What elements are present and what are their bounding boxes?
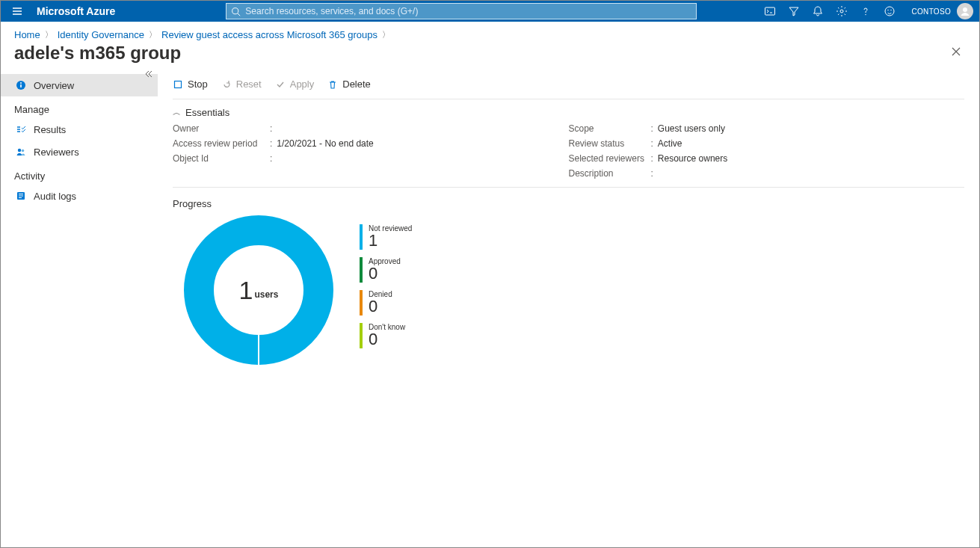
info-icon	[14, 80, 28, 90]
essentials-label: Essentials	[185, 107, 229, 118]
search-placeholder: Search resources, services, and docs (G+…	[245, 6, 418, 16]
donut-unit: users	[254, 289, 278, 300]
gear-icon	[836, 5, 848, 17]
legend-value: 0	[369, 331, 405, 348]
sidebar-heading-manage: Manage	[1, 96, 158, 118]
essentials-status: Review status : Active	[569, 136, 965, 151]
cloud-shell-button[interactable]	[758, 1, 782, 22]
breadcrumb-review-guest-access[interactable]: Review guest access across Microsoft 365…	[161, 29, 377, 40]
delete-button[interactable]: Delete	[327, 78, 371, 90]
legend-value: 0	[369, 298, 392, 315]
topbar-actions: CONTOSO	[758, 1, 979, 22]
filter-icon	[788, 5, 800, 17]
button-label: Apply	[290, 78, 315, 90]
essentials-period: Access review period : 1/20/2021 - No en…	[173, 136, 569, 151]
bell-icon	[812, 5, 824, 17]
breadcrumb-home[interactable]: Home	[14, 29, 40, 40]
essentials-owner: Owner :	[173, 121, 569, 136]
essentials-scope: Scope : Guest users only	[569, 121, 965, 136]
essentials-reviewers: Selected reviewers : Resource owners	[569, 151, 965, 166]
brand-label[interactable]: Microsoft Azure	[34, 1, 121, 22]
field-label: Scope	[569, 123, 651, 134]
essentials-toggle[interactable]: ︿ Essentials	[173, 99, 964, 121]
field-label: Selected reviewers	[569, 153, 651, 164]
field-label: Review status	[569, 138, 651, 149]
menu-icon	[11, 5, 23, 17]
search-icon	[231, 7, 241, 16]
chevron-left-double-icon	[144, 70, 153, 78]
audit-logs-icon	[14, 191, 28, 201]
stop-button[interactable]: Stop	[173, 78, 208, 90]
field-value: 1/20/2021 - No end date	[277, 138, 373, 149]
svg-rect-10	[20, 84, 22, 87]
sidebar-item-label: Reviewers	[34, 147, 79, 158]
field-value: Guest users only	[658, 123, 725, 134]
directory-filter-button[interactable]	[782, 1, 806, 22]
legend-dont-know: Don't know 0	[360, 323, 412, 348]
essentials-description: Description :	[569, 166, 965, 181]
essentials-panel: Owner : Access review period : 1/20/2021…	[173, 121, 964, 188]
command-bar: Stop Reset Apply Delete	[173, 70, 964, 99]
sidebar-collapse-button[interactable]	[144, 70, 153, 80]
legend-approved: Approved 0	[360, 257, 412, 283]
field-label: Object Id	[173, 153, 270, 164]
hamburger-menu[interactable]	[1, 1, 34, 22]
svg-point-4	[865, 14, 866, 15]
progress-title: Progress	[173, 198, 964, 209]
apply-button[interactable]: Apply	[275, 78, 315, 90]
sidebar-item-reviewers[interactable]: Reviewers	[1, 141, 158, 163]
reviewers-icon	[14, 147, 28, 157]
svg-point-7	[890, 10, 891, 10]
sidebar-item-overview[interactable]: Overview	[1, 74, 158, 96]
svg-point-8	[963, 7, 967, 12]
button-label: Delete	[342, 78, 371, 90]
sidebar-heading-activity: Activity	[1, 163, 158, 185]
account-avatar[interactable]	[957, 3, 973, 19]
smiley-icon	[884, 5, 896, 17]
breadcrumb: Home 〉 Identity Governance 〉 Review gues…	[1, 22, 979, 42]
svg-rect-18	[175, 81, 182, 87]
settings-button[interactable]	[830, 1, 854, 22]
button-label: Stop	[188, 78, 208, 90]
svg-point-3	[840, 10, 843, 13]
field-value: Resource owners	[658, 153, 727, 164]
legend-swatch	[360, 323, 363, 348]
page-header: adele's m365 group	[1, 42, 979, 70]
help-icon	[860, 5, 872, 17]
chevron-right-icon: 〉	[382, 29, 390, 40]
legend-swatch	[360, 257, 363, 283]
blade-sidebar: Overview Manage Results Reviewers Activi…	[1, 70, 158, 544]
svg-rect-15	[19, 194, 23, 194]
field-value: Active	[658, 138, 682, 149]
close-button[interactable]	[946, 42, 966, 64]
sidebar-item-results[interactable]: Results	[1, 118, 158, 141]
reset-icon	[221, 79, 232, 90]
legend-value: 0	[369, 265, 401, 282]
person-icon	[959, 5, 971, 17]
legend-swatch	[360, 290, 363, 315]
svg-rect-17	[19, 197, 22, 198]
help-button[interactable]	[854, 1, 878, 22]
essentials-objectid: Object Id :	[173, 151, 569, 166]
button-label: Reset	[236, 78, 262, 90]
field-label: Access review period	[173, 138, 270, 149]
legend-not-reviewed: Not reviewed 1	[360, 224, 412, 250]
chevron-right-icon: 〉	[149, 29, 157, 40]
sidebar-item-label: Audit logs	[34, 191, 76, 202]
field-label: Description	[569, 168, 651, 179]
results-icon	[14, 124, 28, 135]
feedback-button[interactable]	[878, 1, 902, 22]
cloud-shell-icon	[764, 5, 776, 17]
sidebar-item-label: Overview	[34, 80, 74, 91]
svg-point-11	[20, 82, 22, 84]
breadcrumb-identity-governance[interactable]: Identity Governance	[58, 29, 144, 40]
tenant-label[interactable]: CONTOSO	[902, 7, 957, 16]
trash-icon	[327, 79, 338, 90]
global-search[interactable]: Search resources, services, and docs (G+…	[226, 3, 697, 19]
reset-button[interactable]: Reset	[221, 78, 262, 90]
sidebar-item-audit-logs[interactable]: Audit logs	[1, 185, 158, 207]
progress-legend: Not reviewed 1 Approved 0 Denied 0	[360, 224, 412, 356]
notifications-button[interactable]	[806, 1, 830, 22]
page-title: adele's m365 group	[14, 43, 181, 64]
topbar: Microsoft Azure Search resources, servic…	[1, 1, 979, 22]
